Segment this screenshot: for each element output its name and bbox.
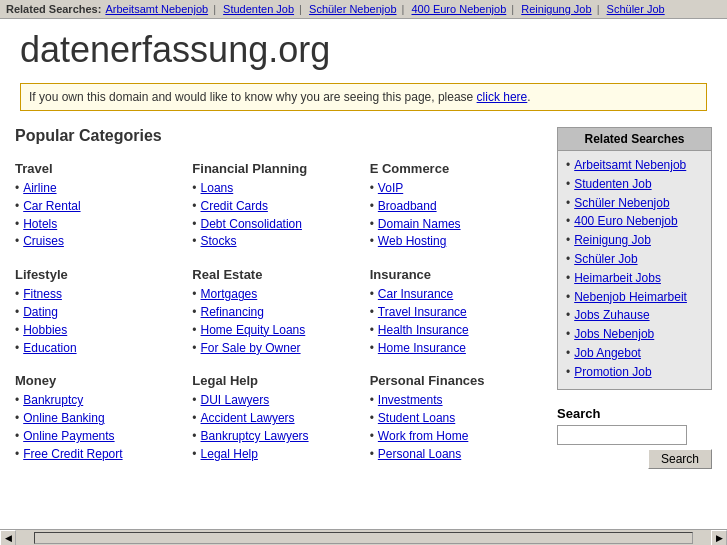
list-item: Nebenjob Heimarbeit [566, 289, 703, 306]
related-searches-header: Related Searches [558, 128, 711, 151]
list-item: Personal Loans [370, 446, 539, 463]
category-link[interactable]: Credit Cards [201, 198, 268, 215]
top-related-link[interactable]: Studenten Job [223, 3, 294, 15]
list-item: Travel Insurance [370, 304, 539, 321]
category-link[interactable]: Web Hosting [378, 233, 446, 250]
scroll-left-arrow[interactable]: ◀ [0, 530, 16, 546]
related-search-link[interactable]: Schüler Nebenjob [574, 195, 669, 212]
category-link[interactable]: Domain Names [378, 216, 461, 233]
related-search-link[interactable]: Arbeitsamt Nebenjob [574, 157, 686, 174]
category-link[interactable]: Travel Insurance [378, 304, 467, 321]
top-related-link[interactable]: 400 Euro Nebenjob [411, 3, 506, 15]
scroll-right-arrow[interactable]: ▶ [711, 530, 727, 546]
list-item: Reinigung Job [566, 232, 703, 249]
category-list: MortgagesRefinancingHome Equity LoansFor… [192, 286, 361, 356]
list-item: For Sale by Owner [192, 340, 361, 357]
category-link[interactable]: Investments [378, 392, 443, 409]
site-title: datenerfassung.org [20, 29, 707, 71]
list-item: Online Payments [15, 428, 184, 445]
category-link[interactable]: Mortgages [201, 286, 258, 303]
category-group: Financial PlanningLoansCredit CardsDebt … [192, 161, 369, 251]
body-layout: Popular Categories TravelAirlineCar Rent… [0, 117, 727, 529]
related-search-link[interactable]: Job Angebot [574, 345, 641, 362]
list-item: Schüler Job [566, 251, 703, 268]
category-link[interactable]: Car Rental [23, 198, 80, 215]
top-related-link[interactable]: Arbeitsamt Nebenjob [105, 3, 208, 15]
related-search-link[interactable]: 400 Euro Nebenjob [574, 213, 677, 230]
search-box: Search Search [557, 402, 712, 473]
notice-text: If you own this domain and would like to… [29, 90, 477, 104]
search-input[interactable] [557, 425, 687, 445]
top-related-link[interactable]: Reinigung Job [521, 3, 591, 15]
category-link[interactable]: Bankruptcy [23, 392, 83, 409]
category-link[interactable]: Accident Lawyers [201, 410, 295, 427]
related-search-link[interactable]: Nebenjob Heimarbeit [574, 289, 687, 306]
category-link[interactable]: Work from Home [378, 428, 468, 445]
search-button[interactable]: Search [648, 449, 712, 469]
list-item: Cruises [15, 233, 184, 250]
list-item: Bankruptcy Lawyers [192, 428, 361, 445]
category-link[interactable]: VoIP [378, 180, 403, 197]
category-title: Travel [15, 161, 184, 176]
list-item: Legal Help [192, 446, 361, 463]
related-search-link[interactable]: Studenten Job [574, 176, 651, 193]
category-link[interactable]: Health Insurance [378, 322, 469, 339]
category-link[interactable]: Cruises [23, 233, 64, 250]
category-link[interactable]: Student Loans [378, 410, 455, 427]
category-link[interactable]: Hobbies [23, 322, 67, 339]
category-link[interactable]: Debt Consolidation [201, 216, 302, 233]
category-link[interactable]: Legal Help [201, 446, 258, 463]
category-link[interactable]: Online Banking [23, 410, 104, 427]
category-link[interactable]: Home Insurance [378, 340, 466, 357]
list-item: Schüler Nebenjob [566, 195, 703, 212]
category-link[interactable]: Broadband [378, 198, 437, 215]
category-link[interactable]: Free Credit Report [23, 446, 122, 463]
category-link[interactable]: Personal Loans [378, 446, 461, 463]
list-item: Web Hosting [370, 233, 539, 250]
list-item: 400 Euro Nebenjob [566, 213, 703, 230]
category-link[interactable]: Hotels [23, 216, 57, 233]
category-link[interactable]: For Sale by Owner [201, 340, 301, 357]
category-link[interactable]: Airline [23, 180, 56, 197]
related-search-link[interactable]: Jobs Nebenjob [574, 326, 654, 343]
related-search-link[interactable]: Promotion Job [574, 364, 651, 381]
related-search-link[interactable]: Heimarbeit Jobs [574, 270, 661, 287]
category-link[interactable]: Car Insurance [378, 286, 453, 303]
category-link[interactable]: DUI Lawyers [201, 392, 270, 409]
category-link[interactable]: Loans [201, 180, 234, 197]
category-link[interactable]: Bankruptcy Lawyers [201, 428, 309, 445]
category-title: Real Estate [192, 267, 361, 282]
list-item: Dating [15, 304, 184, 321]
top-related-link[interactable]: Schüler Nebenjob [309, 3, 396, 15]
top-related-link[interactable]: Schüler Job [607, 3, 665, 15]
related-search-link[interactable]: Reinigung Job [574, 232, 651, 249]
related-search-link[interactable]: Jobs Zuhause [574, 307, 649, 324]
top-related-bar: Related Searches: Arbeitsamt Nebenjob | … [0, 0, 727, 19]
category-link[interactable]: Home Equity Loans [201, 322, 306, 339]
category-list: LoansCredit CardsDebt ConsolidationStock… [192, 180, 361, 250]
list-item: Airline [15, 180, 184, 197]
list-item: DUI Lawyers [192, 392, 361, 409]
category-link[interactable]: Refinancing [201, 304, 264, 321]
category-group: MoneyBankruptcyOnline BankingOnline Paym… [15, 373, 192, 463]
list-item: Debt Consolidation [192, 216, 361, 233]
category-link[interactable]: Education [23, 340, 76, 357]
list-item: Home Insurance [370, 340, 539, 357]
category-group: Real EstateMortgagesRefinancingHome Equi… [192, 267, 369, 357]
horizontal-scrollbar[interactable] [34, 532, 693, 544]
category-link[interactable]: Online Payments [23, 428, 114, 445]
main-content: datenerfassung.org If you own this domai… [0, 19, 727, 529]
category-link[interactable]: Dating [23, 304, 58, 321]
list-item: Mortgages [192, 286, 361, 303]
list-item: Car Rental [15, 198, 184, 215]
list-item: Bankruptcy [15, 392, 184, 409]
list-item: Loans [192, 180, 361, 197]
list-item: Heimarbeit Jobs [566, 270, 703, 287]
category-group: InsuranceCar InsuranceTravel InsuranceHe… [370, 267, 547, 357]
category-link[interactable]: Stocks [201, 233, 237, 250]
related-search-link[interactable]: Schüler Job [574, 251, 637, 268]
related-searches-label: Related Searches: [6, 3, 101, 15]
category-link[interactable]: Fitness [23, 286, 62, 303]
click-here-link[interactable]: click here [477, 90, 528, 104]
list-item: Health Insurance [370, 322, 539, 339]
